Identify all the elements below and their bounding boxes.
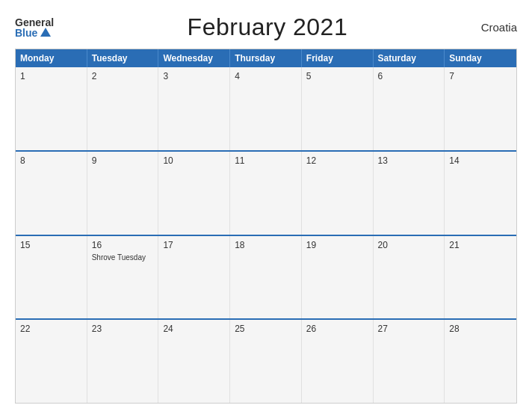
day-number: 1 [20,71,82,81]
weekday-header-tuesday: Tuesday [87,49,159,67]
day-number: 2 [92,71,154,81]
weekday-header-friday: Friday [302,49,374,67]
country-label: Croatia [481,21,517,34]
weekday-header-wednesday: Wednesday [158,49,230,67]
calendar-header: MondayTuesdayWednesdayThursdayFridaySatu… [16,49,516,67]
day-number: 17 [163,240,225,250]
calendar-cell-21: 21 [445,236,516,319]
day-number: 28 [449,324,512,334]
calendar-body: 12345678910111213141516Shrove Tuesday171… [16,67,516,403]
calendar-cell-28: 28 [445,320,516,403]
header: General Blue February 2021 Croatia [15,13,517,41]
calendar-cell-23: 23 [87,320,159,403]
calendar-cell-17: 17 [158,236,230,319]
calendar-page: General Blue February 2021 Croatia Monda… [0,0,532,411]
month-title: February 2021 [188,13,348,41]
weekday-header-monday: Monday [16,49,87,67]
calendar-row-2: 891011121314 [16,150,516,235]
day-number: 27 [378,324,440,334]
calendar-cell-9: 9 [87,152,159,235]
day-number: 9 [92,155,154,166]
logo-blue-text: Blue [15,28,54,38]
day-number: 7 [449,71,512,81]
calendar-grid: MondayTuesdayWednesdayThursdayFridaySatu… [15,49,517,404]
weekday-header-saturday: Saturday [374,49,445,67]
day-number: 20 [378,240,440,250]
day-number: 12 [306,155,368,166]
calendar-cell-12: 12 [302,152,374,235]
calendar-cell-16: 16Shrove Tuesday [87,236,159,319]
day-number: 26 [306,324,368,334]
day-number: 16 [92,240,154,250]
calendar-cell-26: 26 [302,320,374,403]
calendar-cell-11: 11 [230,152,302,235]
calendar-cell-4: 4 [230,67,302,150]
day-number: 18 [235,240,297,250]
day-number: 13 [378,155,440,166]
day-number: 22 [20,324,82,334]
calendar-cell-2: 2 [87,67,159,150]
day-number: 21 [449,240,512,250]
day-number: 25 [235,324,297,334]
day-number: 4 [235,71,297,81]
calendar-cell-10: 10 [158,152,230,235]
day-event: Shrove Tuesday [92,253,154,262]
calendar-cell-3: 3 [158,67,230,150]
day-number: 6 [378,71,440,81]
day-number: 24 [163,324,225,334]
calendar-cell-19: 19 [302,236,374,319]
calendar-cell-25: 25 [230,320,302,403]
calendar-cell-18: 18 [230,236,302,319]
calendar-row-3: 1516Shrove Tuesday1718192021 [16,235,516,319]
logo: General Blue [15,17,54,38]
calendar-cell-24: 24 [158,320,230,403]
calendar-cell-8: 8 [16,152,87,235]
calendar-cell-13: 13 [374,152,445,235]
day-number: 8 [20,155,82,166]
calendar-cell-15: 15 [16,236,87,319]
calendar-cell-7: 7 [445,67,516,150]
day-number: 10 [163,155,225,166]
logo-triangle-icon [40,28,51,37]
logo-general-text: General [15,17,54,28]
calendar-cell-27: 27 [374,320,445,403]
calendar-cell-5: 5 [302,67,374,150]
day-number: 3 [163,71,225,81]
day-number: 5 [306,71,368,81]
day-number: 23 [92,324,154,334]
calendar-cell-14: 14 [445,152,516,235]
calendar-cell-1: 1 [16,67,87,150]
calendar-row-4: 22232425262728 [16,318,516,403]
day-number: 11 [235,155,297,166]
day-number: 14 [449,155,512,166]
calendar-row-1: 1234567 [16,67,516,150]
day-number: 15 [20,240,82,250]
weekday-header-thursday: Thursday [230,49,302,67]
weekday-header-sunday: Sunday [445,49,516,67]
calendar-cell-20: 20 [374,236,445,319]
calendar-cell-6: 6 [374,67,445,150]
day-number: 19 [306,240,368,250]
calendar-cell-22: 22 [16,320,87,403]
